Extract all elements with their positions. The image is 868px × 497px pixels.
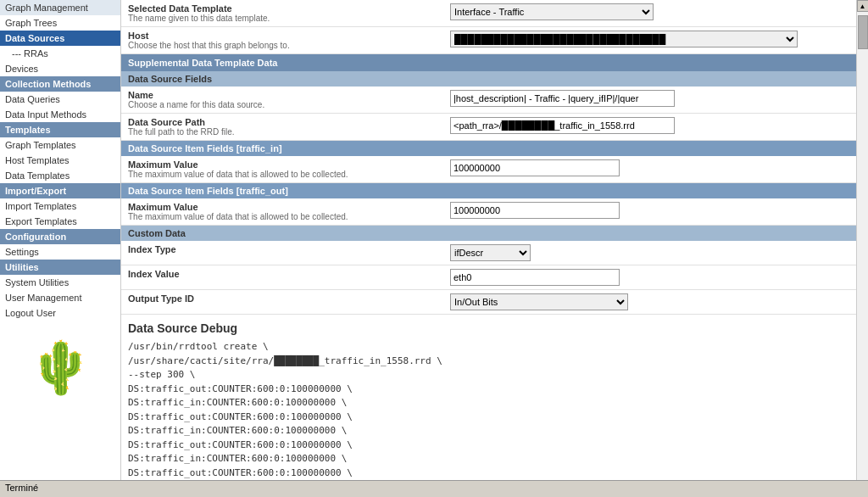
index-type-row: Index Type ifDescr ifIndex ifName ifIpAd… [121, 241, 856, 265]
max-value-1-desc: The maximum value of data that is allowe… [128, 170, 450, 179]
data-source-path-label: Data Source Path [128, 117, 450, 127]
status-label: Terminé [5, 483, 38, 493]
sidebar-item-export-templates[interactable]: Export Templates [0, 214, 120, 229]
max-value-2-label: Maximum Value [128, 202, 450, 212]
debug-section: Data Source Debug /usr/bin/rrdtool creat… [121, 315, 856, 497]
selected-data-template-row: Selected Data Template The name given to… [121, 0, 856, 27]
sidebar-section-templates: Templates [0, 122, 120, 137]
custom-data-header: Custom Data [121, 226, 856, 241]
name-desc: Choose a name for this data source. [128, 100, 450, 109]
sidebar-item-data-queries[interactable]: Data Queries [0, 92, 120, 107]
output-type-row: Output Type ID In/Out Bits In/Out Bytes … [121, 290, 856, 315]
sidebar-item-devices[interactable]: Devices [0, 61, 120, 76]
sidebar: Graph Management Graph Trees Data Source… [0, 0, 121, 497]
max-value-1-label: Maximum Value [128, 159, 450, 170]
sidebar-item-graph-management[interactable]: Graph Management [0, 0, 120, 15]
debug-title: Data Source Debug [128, 321, 849, 335]
name-input[interactable] [450, 90, 675, 107]
index-value-label: Index Value [128, 269, 450, 279]
index-value-input[interactable] [450, 269, 620, 286]
supplemental-header: Supplemental Data Template Data [121, 54, 856, 71]
sidebar-item-rras[interactable]: --- RRAs [0, 46, 120, 61]
max-value-2-row: Maximum Value The maximum value of data … [121, 198, 856, 226]
sidebar-item-data-templates[interactable]: Data Templates [0, 168, 120, 183]
name-row: Name Choose a name for this data source. [121, 87, 856, 114]
output-type-label: Output Type ID [128, 293, 450, 304]
data-source-fields-header: Data Source Fields [121, 71, 856, 87]
max-value-1-row: Maximum Value The maximum value of data … [121, 156, 856, 183]
sidebar-item-graph-trees[interactable]: Graph Trees [0, 15, 120, 31]
sidebar-item-settings[interactable]: Settings [0, 244, 120, 260]
right-scrollbar[interactable]: ▲ ▼ [856, 0, 868, 497]
status-bar: Terminé [0, 480, 868, 497]
sidebar-section-configuration: Configuration [0, 229, 120, 244]
sidebar-item-data-sources[interactable]: Data Sources [0, 31, 120, 46]
host-row: Host Choose the host that this graph bel… [121, 27, 856, 54]
sidebar-section-utilities: Utilities [0, 260, 120, 275]
scrollbar-thumb[interactable] [858, 15, 868, 49]
host-select[interactable]: ████████████████████████████████ [450, 31, 798, 47]
traffic-in-header: Data Source Item Fields [traffic_in] [121, 141, 856, 156]
sidebar-item-logout-user[interactable]: Logout User [0, 305, 120, 321]
max-value-2-input[interactable] [450, 202, 620, 219]
selected-data-template-desc: The name given to this data template. [128, 14, 450, 23]
data-source-path-desc: The full path to the RRD file. [128, 127, 450, 137]
sidebar-item-host-templates[interactable]: Host Templates [0, 153, 120, 168]
sidebar-item-user-management[interactable]: User Management [0, 290, 120, 305]
selected-data-template-label: Selected Data Template [128, 3, 450, 14]
sidebar-item-import-templates[interactable]: Import Templates [0, 198, 120, 214]
max-value-1-input[interactable] [450, 159, 620, 176]
index-type-select[interactable]: ifDescr ifIndex ifName ifIpAddr [450, 244, 531, 261]
host-desc: Choose the host that this graph belongs … [128, 41, 450, 50]
debug-code: /usr/bin/rrdtool create \ /usr/share/cac… [128, 340, 849, 497]
scrollbar-up-button[interactable]: ▲ [857, 0, 869, 12]
data-source-path-input[interactable] [450, 117, 675, 134]
host-label: Host [128, 31, 450, 41]
traffic-out-header: Data Source Item Fields [traffic_out] [121, 183, 856, 198]
output-type-select[interactable]: In/Out Bits In/Out Bytes In/Out Bits wit… [450, 293, 628, 310]
main-content: Selected Data Template The name given to… [121, 0, 856, 497]
cactus-logo: 🌵 [0, 321, 120, 415]
selected-data-template-select[interactable]: Interface - Traffic [450, 3, 654, 20]
sidebar-section-import-export: Import/Export [0, 183, 120, 198]
sidebar-item-graph-templates[interactable]: Graph Templates [0, 137, 120, 153]
sidebar-item-system-utilities[interactable]: System Utilities [0, 275, 120, 290]
index-type-label: Index Type [128, 244, 450, 254]
data-source-path-row: Data Source Path The full path to the RR… [121, 114, 856, 141]
index-value-row: Index Value [121, 265, 856, 290]
max-value-2-desc: The maximum value of data that is allowe… [128, 212, 450, 221]
name-label: Name [128, 90, 450, 100]
sidebar-item-collection-methods[interactable]: Collection Methods [0, 76, 120, 92]
sidebar-item-data-input-methods[interactable]: Data Input Methods [0, 107, 120, 122]
